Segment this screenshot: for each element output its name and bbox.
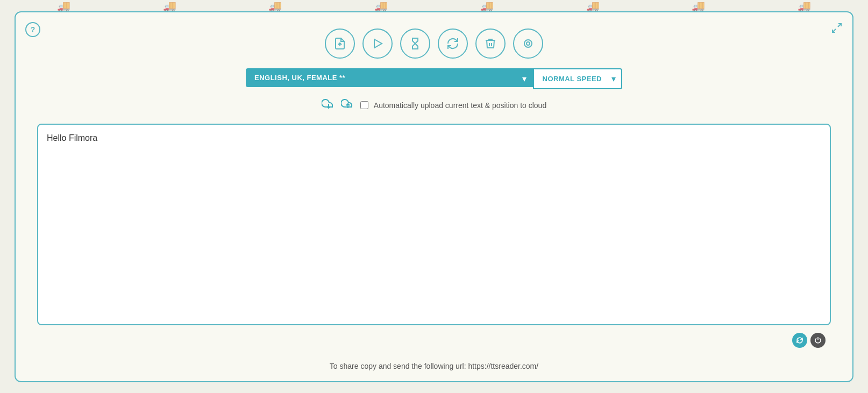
svg-marker-3 xyxy=(374,39,382,48)
play-button[interactable] xyxy=(362,28,393,59)
deco-truck-2: 🚚 xyxy=(163,0,176,12)
svg-point-5 xyxy=(527,42,530,45)
deco-truck-4: 🚚 xyxy=(374,0,388,12)
speed-select-button[interactable]: NORMAL SPEED xyxy=(533,68,623,89)
deco-truck-5: 🚚 xyxy=(480,0,494,12)
refresh-text-button[interactable] xyxy=(792,333,807,348)
selectors-row: ENGLISH, UK, FEMALE ** NORMAL SPEED xyxy=(246,68,622,89)
speed-select-wrapper: NORMAL SPEED xyxy=(533,68,623,89)
cloud-row: Automatically upload current text & posi… xyxy=(322,97,546,114)
cloud-download-icon xyxy=(322,97,336,114)
cloud-upload-icon xyxy=(341,97,355,114)
toolbar xyxy=(325,28,543,59)
auto-upload-label: Automatically upload current text & posi… xyxy=(374,101,546,110)
share-url-section: To share copy and send the following url… xyxy=(330,362,538,370)
hourglass-button[interactable] xyxy=(400,28,430,59)
share-url-label: To share copy and send the following url… xyxy=(330,362,466,370)
power-button[interactable] xyxy=(810,333,826,348)
text-area-container xyxy=(37,124,831,354)
voice-select-wrapper: ENGLISH, UK, FEMALE ** xyxy=(246,68,533,89)
deco-truck-6: 🚚 xyxy=(586,0,600,12)
reload-button[interactable] xyxy=(438,28,468,59)
voice-select-button[interactable]: ENGLISH, UK, FEMALE ** xyxy=(246,68,533,87)
svg-point-4 xyxy=(524,40,532,47)
load-file-button[interactable] xyxy=(325,28,355,59)
delete-button[interactable] xyxy=(475,28,506,59)
main-container: ? xyxy=(15,11,853,382)
record-button[interactable] xyxy=(513,28,543,59)
deco-truck-3: 🚚 xyxy=(268,0,282,12)
deco-truck-7: 🚚 xyxy=(692,0,705,12)
help-icon[interactable]: ? xyxy=(25,22,40,37)
deco-truck-8: 🚚 xyxy=(798,0,811,12)
expand-icon[interactable] xyxy=(831,22,843,37)
top-decoration: 🚚 🚚 🚚 🚚 🚚 🚚 🚚 🚚 xyxy=(0,0,868,12)
share-url-link[interactable]: https://ttsreader.com/ xyxy=(468,362,538,370)
text-input[interactable] xyxy=(37,124,831,325)
deco-truck-1: 🚚 xyxy=(57,0,70,12)
auto-upload-checkbox[interactable] xyxy=(360,101,368,109)
